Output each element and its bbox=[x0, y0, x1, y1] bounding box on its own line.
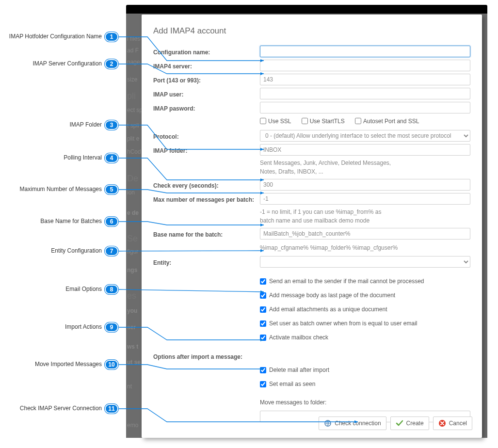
annotation-badge: 11 bbox=[105, 404, 118, 414]
bg-text: Se bbox=[127, 234, 138, 244]
set-seen-label: Set email as seen bbox=[269, 381, 315, 387]
max-msgs-label: Max number of messages per batch: bbox=[153, 194, 260, 203]
create-button[interactable]: Create bbox=[390, 416, 429, 430]
cancel-label: Cancel bbox=[449, 420, 467, 427]
blank-label bbox=[153, 121, 260, 123]
bg-text: ect sp bbox=[127, 107, 143, 113]
use-starttls-label: Use StartTLS bbox=[310, 118, 345, 125]
base-name-input[interactable] bbox=[260, 228, 470, 240]
check-every-label: Check every (seconds): bbox=[153, 180, 260, 189]
bg-text: plit e bbox=[127, 135, 139, 142]
bg-text: De bbox=[127, 174, 138, 184]
delete-mail-checkbox[interactable] bbox=[260, 367, 266, 373]
send-fail-checkbox[interactable] bbox=[260, 278, 266, 285]
bg-text: ut se bbox=[127, 359, 141, 366]
bg-text: emo bbox=[127, 422, 138, 429]
bg-text: ad F bbox=[127, 47, 139, 54]
annotation-badge: 4 bbox=[105, 153, 118, 163]
annotation-label: Import Actions bbox=[0, 323, 102, 330]
annotation-label: IMAP Hotfolder Configuration Name bbox=[0, 33, 102, 40]
annotation-badge: 1 bbox=[105, 32, 118, 42]
autoset-label: Autoset Port and SSL bbox=[363, 118, 419, 125]
annotation-badge: 2 bbox=[105, 59, 118, 69]
annotation-label: Move Imported Messages bbox=[0, 361, 102, 368]
send-fail-label: Send an email to the sender if the mail … bbox=[269, 278, 424, 285]
entity-select[interactable] bbox=[260, 256, 470, 268]
set-owner-checkbox[interactable] bbox=[260, 320, 266, 327]
globe-icon bbox=[324, 419, 332, 427]
imap-server-input[interactable] bbox=[260, 60, 470, 71]
bg-text: you bbox=[127, 307, 137, 314]
bg-text: ser bbox=[127, 324, 136, 331]
imap-password-input[interactable] bbox=[260, 102, 470, 113]
use-ssl-checkbox[interactable] bbox=[260, 118, 266, 124]
annotation-label: Entity Configuration bbox=[0, 247, 102, 254]
annotation-label: Maximum Number of Messages bbox=[0, 186, 102, 192]
add-body-label: Add message body as last page of the doc… bbox=[269, 292, 395, 299]
attach-unique-checkbox[interactable] bbox=[260, 306, 266, 313]
imap-user-input[interactable] bbox=[260, 88, 470, 99]
window-banner bbox=[126, 5, 487, 14]
folder-hint: Sent Messages, Junk, Archive, Deleted Me… bbox=[260, 158, 470, 177]
annotation-badge: 5 bbox=[105, 185, 118, 194]
delete-mail-label: Delete mail after import bbox=[269, 367, 329, 373]
annotation-badge: 7 bbox=[105, 246, 118, 256]
add-body-checkbox[interactable] bbox=[260, 292, 266, 299]
check-connection-label: Check connection bbox=[335, 420, 381, 427]
use-ssl-label: Use SSL bbox=[268, 118, 291, 125]
bg-text: figur bbox=[127, 248, 138, 255]
protocol-label: Protocol: bbox=[153, 131, 260, 140]
entity-label: Entity: bbox=[153, 257, 260, 266]
bg-text: size bbox=[127, 76, 137, 83]
annotation-label: IMAP Folder bbox=[0, 121, 102, 128]
create-label: Create bbox=[406, 420, 424, 427]
activate-checkbox[interactable] bbox=[260, 335, 266, 341]
bg-text: t spli bbox=[127, 122, 139, 129]
annotation-badge: 3 bbox=[105, 120, 118, 130]
annotation-label: Check IMAP Server Connection bbox=[0, 405, 102, 412]
annotation-label: Base Name for Batches bbox=[0, 218, 102, 224]
bg-text: hCod bbox=[127, 148, 141, 155]
imap-folder-input[interactable] bbox=[260, 144, 470, 156]
bg-text: nt bbox=[127, 383, 132, 390]
annotation-label: IMAP Server Configuration bbox=[0, 60, 102, 67]
folder-label: IMAP folder: bbox=[153, 145, 260, 154]
bg-text: e de bbox=[127, 209, 139, 216]
password-label: IMAP pasword: bbox=[153, 103, 260, 112]
annotation-badge: 10 bbox=[105, 360, 118, 369]
check-icon bbox=[396, 419, 403, 427]
autoset-checkbox[interactable] bbox=[355, 118, 361, 124]
cancel-icon bbox=[438, 419, 446, 427]
dialog-title: Add IMAP4 account bbox=[142, 15, 482, 39]
port-input[interactable] bbox=[260, 74, 470, 85]
protocol-select[interactable]: 0 - (default) Allow underlying interface… bbox=[260, 130, 470, 142]
set-owner-label: Set user as batch owner when from is equ… bbox=[269, 320, 417, 327]
config-name-input[interactable] bbox=[260, 46, 470, 57]
check-connection-button[interactable]: Check connection bbox=[319, 416, 386, 430]
port-label: Port (143 or 993): bbox=[153, 75, 260, 84]
cancel-button[interactable]: Cancel bbox=[433, 416, 472, 430]
bg-text: ion bbox=[127, 189, 135, 196]
move-folder-label: Move messages to folder: bbox=[260, 399, 470, 406]
annotation-badge: 8 bbox=[105, 285, 118, 294]
annotation-badge: 9 bbox=[105, 322, 118, 332]
max-msgs-input[interactable] bbox=[260, 193, 470, 205]
config-name-label: Configuration name: bbox=[153, 47, 260, 56]
base-name-hint: %imap_cfgname% %imap_folder% %imap_cfgus… bbox=[260, 242, 470, 253]
bg-text: es bbox=[127, 291, 136, 301]
base-name-label: Base name for the batch: bbox=[153, 229, 260, 238]
annotation-label: Email Options bbox=[0, 286, 102, 292]
server-label: IMAP4 server: bbox=[153, 61, 260, 70]
bg-text: pli bbox=[127, 91, 136, 101]
set-seen-checkbox[interactable] bbox=[260, 381, 266, 387]
bg-text: ws t bbox=[127, 343, 138, 350]
add-imap-account-dialog: Add IMAP4 account Configuration name: IM… bbox=[142, 15, 482, 438]
annotation-badge: 6 bbox=[105, 217, 118, 226]
attach-unique-label: Add email attachments as a unique docume… bbox=[269, 306, 387, 313]
check-every-input[interactable] bbox=[260, 179, 470, 191]
use-starttls-checkbox[interactable] bbox=[302, 118, 308, 124]
bg-text: ngs bbox=[127, 267, 137, 273]
user-label: IMAP user: bbox=[153, 89, 260, 98]
max-msgs-hint: -1 = no limit, if 1 you can use %imap_fr… bbox=[260, 207, 470, 226]
after-import-label: Options after import a message: bbox=[153, 352, 260, 360]
